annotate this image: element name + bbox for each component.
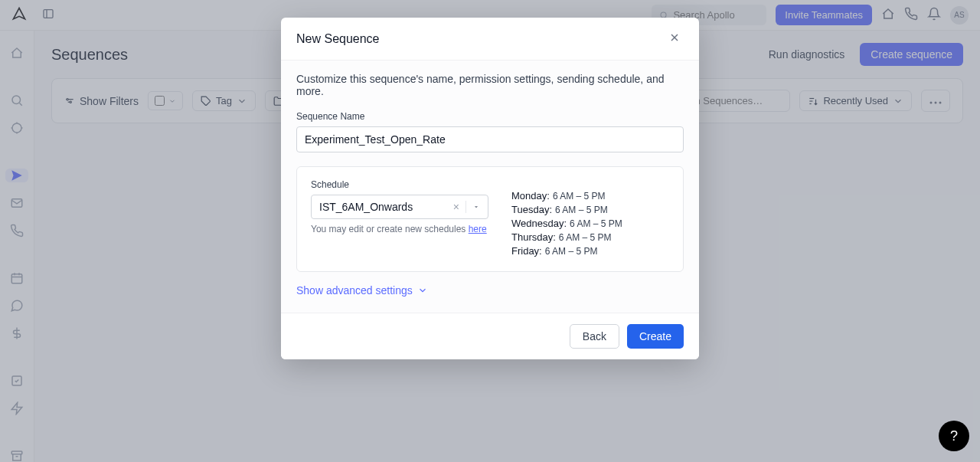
schedule-day-row: Monday:6 AM – 5 PM xyxy=(511,190,669,202)
advanced-settings-label: Show advanced settings xyxy=(296,284,413,297)
schedule-left: Schedule IST_6AM_Onwards × You may edit … xyxy=(311,179,488,259)
sequence-name-label: Sequence Name xyxy=(296,111,684,122)
schedule-day-name: Friday: xyxy=(511,245,542,257)
modal-title: New Sequence xyxy=(296,32,380,46)
clear-schedule-icon[interactable]: × xyxy=(453,201,459,213)
modal-body: Customize this sequence's name, permissi… xyxy=(281,60,699,313)
schedule-select[interactable]: IST_6AM_Onwards × xyxy=(311,195,488,219)
create-button[interactable]: Create xyxy=(627,324,684,349)
schedule-day-name: Wednesday: xyxy=(511,218,567,229)
schedule-day-name: Tuesday: xyxy=(511,204,552,215)
schedule-day-time: 6 AM – 5 PM xyxy=(545,245,598,257)
back-button[interactable]: Back xyxy=(570,324,619,349)
schedule-day-name: Monday: xyxy=(511,190,550,202)
modal-description: Customize this sequence's name, permissi… xyxy=(296,73,684,97)
schedule-day-row: Tuesday:6 AM – 5 PM xyxy=(511,204,669,215)
schedule-days-list: Monday:6 AM – 5 PMTuesday:6 AM – 5 PMWed… xyxy=(511,179,669,259)
dropdown-caret[interactable] xyxy=(466,201,480,213)
chevron-down-icon xyxy=(417,285,428,296)
new-sequence-modal: New Sequence Customize this sequence's n… xyxy=(281,18,699,359)
schedule-label: Schedule xyxy=(311,179,488,190)
show-advanced-settings[interactable]: Show advanced settings xyxy=(296,284,428,297)
schedule-box: Schedule IST_6AM_Onwards × You may edit … xyxy=(296,166,684,272)
schedule-day-time: 6 AM – 5 PM xyxy=(559,231,612,243)
modal-overlay[interactable]: New Sequence Customize this sequence's n… xyxy=(0,0,980,462)
sequence-name-input[interactable] xyxy=(296,126,684,152)
schedule-day-time: 6 AM – 5 PM xyxy=(555,204,608,215)
schedule-day-row: Thursday:6 AM – 5 PM xyxy=(511,231,669,243)
schedule-day-name: Thursday: xyxy=(511,231,556,243)
modal-header: New Sequence xyxy=(281,18,699,60)
modal-footer: Back Create xyxy=(281,313,699,359)
schedule-day-row: Wednesday:6 AM – 5 PM xyxy=(511,218,669,229)
schedule-day-time: 6 AM – 5 PM xyxy=(570,218,622,229)
schedule-day-row: Friday:6 AM – 5 PM xyxy=(511,245,669,257)
schedule-hint: You may edit or create new schedules her… xyxy=(311,224,488,234)
modal-close-button[interactable] xyxy=(665,28,684,49)
schedule-hint-text: You may edit or create new schedules xyxy=(311,224,469,234)
caret-down-icon xyxy=(472,203,480,211)
schedule-hint-link[interactable]: here xyxy=(469,224,487,234)
schedule-day-time: 6 AM – 5 PM xyxy=(553,190,606,202)
close-icon xyxy=(668,31,681,44)
help-bubble[interactable]: ? xyxy=(939,421,969,451)
schedule-selected-value: IST_6AM_Onwards xyxy=(319,201,453,213)
